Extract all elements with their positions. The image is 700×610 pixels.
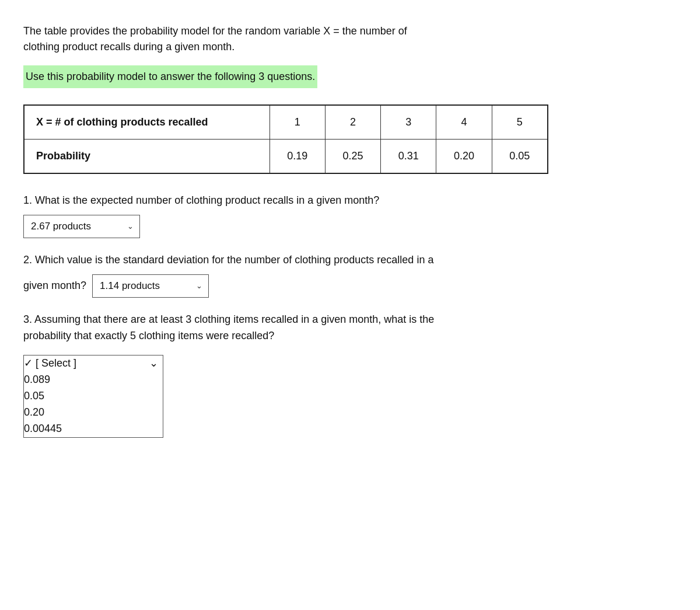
table-prob-2: 0.25 — [325, 140, 380, 174]
q3-dropdown-open[interactable]: ✓ [ Select ] ⌄ 0.089 0.05 0.20 0.00445 — [23, 355, 163, 437]
question-1-text: 1. What is the expected number of clothi… — [23, 193, 677, 209]
table-prob-4: 0.20 — [436, 140, 492, 174]
table-col-5: 5 — [492, 105, 548, 140]
q3-option-1-label: 0.089 — [24, 374, 50, 385]
question-1-answer-row: 2.67 products ⌄ — [23, 215, 677, 238]
question-3-block: 3. Assuming that there are at least 3 cl… — [23, 312, 677, 437]
q3-option-4[interactable]: 0.00445 — [24, 421, 163, 437]
question-3-text: 3. Assuming that there are at least 3 cl… — [23, 312, 677, 344]
q3-option-2-label: 0.05 — [24, 390, 44, 402]
q3-option-select[interactable]: ✓ [ Select ] ⌄ — [24, 355, 163, 372]
table-header-x: X = # of clothing products recalled — [24, 105, 270, 140]
q2-chevron-icon: ⌄ — [196, 280, 202, 292]
q3-option-3[interactable]: 0.20 — [24, 405, 163, 421]
intro-line1: The table provides the probability model… — [23, 25, 407, 37]
q3-option-2[interactable]: 0.05 — [24, 388, 163, 405]
q3-option-4-label: 0.00445 — [24, 423, 62, 434]
table-row-x: X = # of clothing products recalled 1 2 … — [24, 105, 548, 140]
q3-option-1[interactable]: 0.089 — [24, 372, 163, 388]
highlight-instruction: Use this probability model to answer the… — [23, 65, 677, 104]
table-col-4: 4 — [436, 105, 492, 140]
question-2-answer-row: given month? 1.14 products ⌄ — [23, 274, 677, 298]
q1-chevron-icon: ⌄ — [127, 221, 134, 232]
question-3-line2: probability that exactly 5 clothing item… — [23, 330, 274, 341]
q1-dropdown-display[interactable]: 2.67 products ⌄ — [23, 215, 140, 238]
intro-paragraph: The table provides the probability model… — [23, 23, 677, 55]
q1-dropdown[interactable]: 2.67 products ⌄ — [23, 215, 140, 238]
question-2-inline-label: given month? — [23, 278, 86, 294]
q3-dropdown-chevron: ⌄ — [149, 355, 158, 372]
table-col-2: 2 — [325, 105, 380, 140]
table-prob-5: 0.05 — [492, 140, 548, 174]
table-prob-3: 0.31 — [381, 140, 436, 174]
table-row-prob: Probability 0.19 0.25 0.31 0.20 0.05 — [24, 140, 548, 174]
question-2-text-line1: 2. Which value is the standard deviation… — [23, 252, 677, 269]
question-2-block: 2. Which value is the standard deviation… — [23, 252, 677, 298]
q2-dropdown-display[interactable]: 1.14 products ⌄ — [92, 274, 209, 298]
table-header-prob: Probability — [24, 140, 270, 174]
question-3-line1: 3. Assuming that there are at least 3 cl… — [23, 313, 434, 325]
probability-table: X = # of clothing products recalled 1 2 … — [23, 104, 548, 174]
intro-line2: clothing product recalls during a given … — [23, 41, 235, 53]
highlight-text: Use this probability model to answer the… — [23, 65, 317, 88]
q2-answer-text: 1.14 products — [100, 278, 160, 294]
q3-option-3-label: 0.20 — [24, 406, 44, 418]
q3-check-icon: ✓ — [24, 357, 33, 369]
table-col-3: 3 — [381, 105, 436, 140]
q3-option-select-label: [ Select ] — [36, 357, 76, 369]
table-col-1: 1 — [270, 105, 325, 140]
q2-dropdown[interactable]: 1.14 products ⌄ — [92, 274, 209, 298]
q1-answer-text: 2.67 products — [31, 219, 91, 234]
table-prob-1: 0.19 — [270, 140, 325, 174]
question-1-block: 1. What is the expected number of clothi… — [23, 193, 677, 238]
